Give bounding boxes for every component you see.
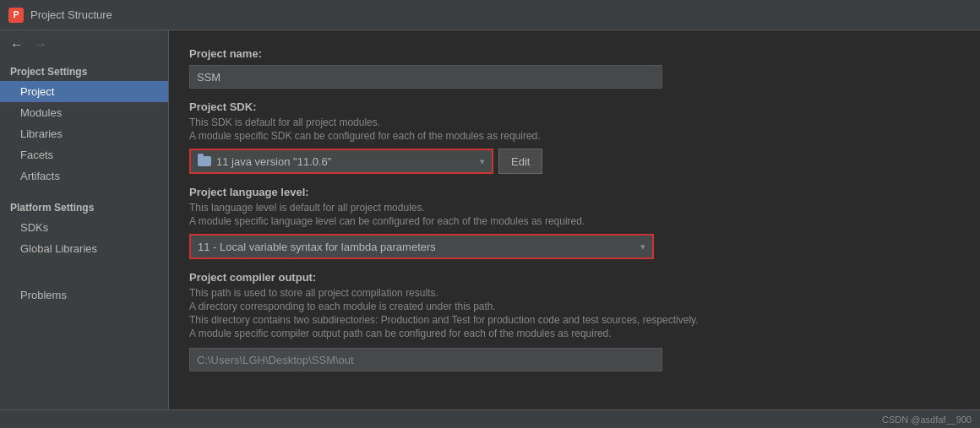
nav-forward-button[interactable]: →	[30, 35, 51, 54]
folder-icon	[198, 156, 211, 166]
sidebar-item-problems[interactable]: Problems	[0, 284, 168, 306]
bottom-bar: CSDN @asdfaf__900	[0, 409, 980, 428]
sdk-dropdown[interactable]: 11 java version "11.0.6" ▾	[189, 149, 493, 174]
lang-caret-icon: ▾	[640, 241, 645, 252]
language-level-title: Project language level:	[189, 186, 960, 198]
sidebar-item-libraries[interactable]: Libraries	[0, 123, 168, 144]
sidebar-spacer-2	[0, 259, 168, 268]
nav-back-button[interactable]: ←	[7, 35, 27, 54]
sidebar: ← → Project Settings Project Modules Lib…	[0, 30, 169, 409]
main-container: ← → Project Settings Project Modules Lib…	[0, 30, 980, 409]
sidebar-item-project[interactable]: Project	[0, 81, 168, 102]
project-sdk-title: Project SDK:	[189, 100, 960, 113]
sidebar-item-sdks[interactable]: SDKs	[0, 217, 168, 238]
project-sdk-desc2: A module specific SDK can be configured …	[189, 130, 960, 142]
language-level-desc1: This language level is default for all p…	[189, 202, 960, 214]
sidebar-item-modules[interactable]: Modules	[0, 102, 168, 123]
title-bar: P Project Structure	[0, 0, 980, 30]
compiler-output-desc3: This directory contains two subdirectori…	[189, 314, 960, 326]
language-level-value: 11 - Local variable syntax for lambda pa…	[198, 241, 640, 253]
compiler-output-desc1: This path is used to store all project c…	[189, 287, 960, 299]
compiler-output-title: Project compiler output:	[189, 271, 960, 284]
project-name-label: Project name:	[189, 47, 960, 60]
compiler-output-desc2: A directory corresponding to each module…	[189, 301, 960, 312]
sidebar-nav: ← →	[0, 30, 168, 59]
sidebar-item-artifacts[interactable]: Artifacts	[0, 165, 168, 187]
project-settings-header: Project Settings	[0, 59, 168, 81]
title-bar-text: Project Structure	[30, 8, 112, 21]
edit-sdk-button[interactable]: Edit	[498, 149, 542, 174]
compiler-output-desc4: A module specific compiler output path c…	[189, 328, 960, 339]
sidebar-spacer	[0, 187, 168, 195]
project-name-input[interactable]	[189, 65, 662, 89]
sidebar-item-facets[interactable]: Facets	[0, 144, 168, 165]
sdk-caret-icon: ▾	[480, 156, 485, 167]
platform-settings-header: Platform Settings	[0, 195, 168, 217]
sdk-value-text: 11 java version "11.0.6"	[216, 155, 480, 168]
sidebar-item-global-libraries[interactable]: Global Libraries	[0, 238, 168, 259]
project-sdk-desc1: This SDK is default for all project modu…	[189, 116, 960, 128]
language-level-dropdown[interactable]: 11 - Local variable syntax for lambda pa…	[189, 234, 654, 259]
watermark-text: CSDN @asdfaf__900	[882, 414, 972, 425]
compiler-output-input[interactable]	[189, 348, 662, 371]
app-icon: P	[8, 8, 24, 23]
content-area: Project name: Project SDK: This SDK is d…	[169, 30, 980, 409]
sdk-row: 11 java version "11.0.6" ▾ Edit	[189, 149, 960, 174]
language-level-desc2: A module specific language level can be …	[189, 215, 960, 227]
